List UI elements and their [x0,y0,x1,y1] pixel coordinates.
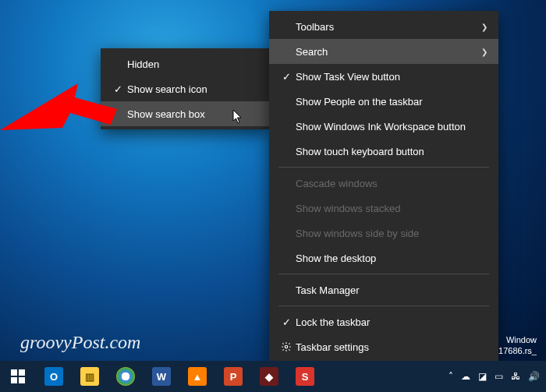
menuitem-show-the-desktop[interactable]: Show the desktop [269,245,498,270]
menuitem-label: Hidden [127,58,258,70]
tray-network-icon[interactable]: 🖧 [511,371,520,382]
menuitem-show-windows-stacked: Show windows stacked [269,196,498,221]
start-button[interactable] [0,361,36,392]
menuitem-label: Lock the taskbar [296,316,488,328]
taskbar-app-outlook[interactable]: O [36,361,72,392]
taskbar-app-snagit[interactable]: S [287,361,323,392]
menuitem-label: Cascade windows [296,178,488,189]
windows-logo-icon [11,369,25,383]
menuitem-show-touch-keyboard[interactable]: Show touch keyboard button [269,139,498,164]
menuitem-label: Show windows stacked [296,203,488,214]
menuitem-label: Search [296,46,481,58]
menuitem-label: Show People on the taskbar [296,96,488,108]
build-line2: 17686.rs_ [498,345,537,356]
menuitem-label: Task Manager [296,284,488,296]
menuitem-show-ink-workspace[interactable]: Show Windows Ink Workspace button [269,114,498,139]
menu-separator [278,167,489,168]
tray-security-icon[interactable]: ▭ [495,371,503,382]
menuitem-label: Show search icon [127,83,258,95]
check-icon [277,316,296,328]
taskbar-context-menu[interactable]: Toolbars ❯ Search ❯ Show Task View butto… [269,11,498,362]
build-line1: Window [498,334,537,345]
tray-volume-icon[interactable]: 🔊 [528,371,540,382]
taskbar-app-file-explorer[interactable]: ▥ [72,361,108,392]
menuitem-lock-taskbar[interactable]: Lock the taskbar [269,309,498,334]
submenu-arrow-icon: ❯ [481,48,488,56]
submenu-arrow-icon: ❯ [481,23,488,31]
annotation-arrow [0,72,117,142]
taskbar-app-word[interactable]: W [144,361,179,392]
menuitem-label: Show windows side by side [296,228,488,239]
menuitem-show-people[interactable]: Show People on the taskbar [269,89,498,114]
system-tray[interactable]: ˄ ☁ ◪ ▭ 🖧 🔊 [442,371,546,382]
taskbar-app-vlc[interactable]: ▲ [179,361,215,392]
menuitem-label: Show Windows Ink Workspace button [296,121,488,132]
taskbar-app-generic[interactable]: ◆ [251,361,287,392]
check-icon [277,71,296,83]
menuitem-show-windows-side-by-side: Show windows side by side [269,221,498,245]
build-info: Window 17686.rs_ [498,334,537,356]
menu-separator [278,305,489,306]
tray-onedrive-icon[interactable]: ☁ [461,371,470,382]
menuitem-cascade-windows: Cascade windows [269,171,498,196]
menu-separator [278,274,489,274]
gear-icon [277,341,296,352]
menuitem-label: Show Task View button [296,71,488,83]
menuitem-show-task-view[interactable]: Show Task View button [269,64,498,89]
menuitem-label: Toolbars [296,21,481,33]
menuitem-show-search-box[interactable]: Show search box [101,101,269,126]
menuitem-label: Taskbar settings [296,341,488,353]
tray-unknown-icon[interactable]: ◪ [478,371,487,382]
taskbar[interactable]: O ▥ W ▲ P ◆ S ˄ ☁ ◪ ▭ 🖧 🔊 [0,361,546,392]
tray-up-icon[interactable]: ˄ [448,371,453,382]
menuitem-taskbar-settings[interactable]: Taskbar settings [269,334,498,359]
taskbar-app-chrome[interactable] [108,361,144,392]
menuitem-search[interactable]: Search ❯ [269,39,498,64]
menuitem-label: Show touch keyboard button [296,146,488,157]
taskbar-app-powerpoint[interactable]: P [215,361,251,392]
svg-marker-1 [0,83,117,130]
cursor-icon [232,109,243,125]
menuitem-task-manager[interactable]: Task Manager [269,277,498,302]
svg-point-0 [285,345,288,348]
watermark-text: groovyPost.com [20,332,140,353]
menuitem-label: Show the desktop [296,253,488,264]
search-submenu[interactable]: Hidden Show search icon Show search box [101,48,269,129]
menuitem-show-search-icon[interactable]: Show search icon [101,76,269,101]
menuitem-toolbars[interactable]: Toolbars ❯ [269,14,498,39]
menuitem-hidden[interactable]: Hidden [101,51,269,76]
